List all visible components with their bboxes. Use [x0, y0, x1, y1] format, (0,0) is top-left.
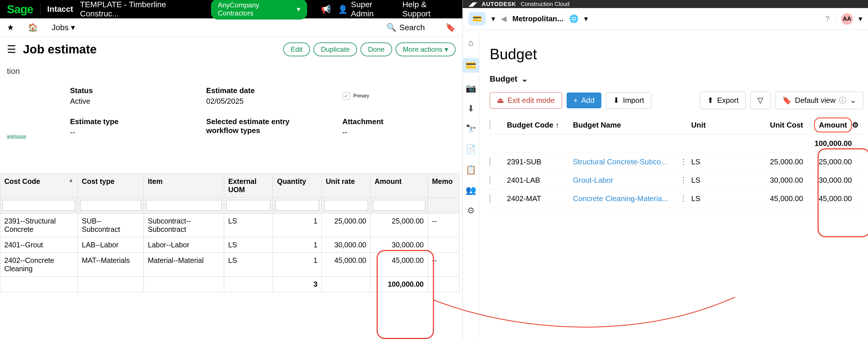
col-unit-cost[interactable]: Unit Cost — [732, 121, 803, 130]
plus-icon: + — [574, 96, 578, 105]
section-suffix: tion — [7, 62, 456, 80]
nav-jobs[interactable]: Jobs ▾ — [52, 23, 75, 32]
chevron-down-icon: ▾ — [297, 5, 300, 13]
gear-icon[interactable]: ⚙ — [467, 205, 475, 216]
table-row[interactable]: 2401-LAB Grout-Labor ⋮ LS 30,000.00 30,0… — [490, 171, 863, 190]
col-cost-type[interactable]: Cost type — [78, 173, 144, 198]
row-menu-icon[interactable]: ⋮ — [680, 158, 691, 166]
table-row[interactable]: 2402--Concrete CleaningMAT--MaterialsMat… — [0, 253, 456, 277]
project-name[interactable]: Metropolitan... — [513, 15, 563, 23]
col-budget-name[interactable]: Budget Name — [573, 121, 680, 130]
etype-label: Estimate type — [70, 117, 183, 126]
budget-icon[interactable]: 💳 — [463, 58, 479, 73]
done-button[interactable]: Done — [361, 43, 392, 56]
chevron-down-icon: ⌄ — [521, 74, 528, 84]
product-name: Intacct — [48, 5, 73, 14]
workflow-label: Selected estimate entry workflow types — [206, 117, 319, 135]
col-amount[interactable]: Amount — [814, 117, 852, 133]
chevron-down-icon[interactable]: ▾ — [859, 15, 862, 23]
row-checkbox[interactable] — [490, 175, 490, 185]
col-qty[interactable]: Quantity — [273, 173, 321, 198]
filter-rate[interactable] — [324, 200, 368, 211]
row-checkbox[interactable] — [490, 194, 490, 203]
check-icon: ✓ — [342, 92, 350, 100]
table-row[interactable]: 2391--Structural ConcreteSUB--Subcontrac… — [0, 214, 456, 237]
edit-button[interactable]: Edit — [283, 43, 310, 56]
export-button[interactable]: ⬆Export — [700, 92, 746, 109]
row-menu-icon[interactable]: ⋮ — [680, 176, 691, 185]
chevron-down-icon[interactable]: ▾ — [584, 15, 588, 23]
export-icon: ⬆ — [707, 96, 714, 105]
filter-button[interactable]: ▽ — [750, 92, 770, 109]
camera-icon[interactable]: 📷 — [466, 83, 476, 93]
budget-name-link[interactable]: Concrete Cleaning-Materia... — [573, 194, 680, 203]
company-name: TEMPLATE - Timberline Construc... — [80, 0, 204, 19]
row-menu-icon[interactable]: ⋮ — [680, 194, 691, 203]
col-budget-code[interactable]: Budget Code ↑ — [507, 121, 573, 130]
filter-amount[interactable] — [373, 200, 425, 211]
bookmark-icon: 🔖 — [782, 96, 792, 105]
col-uom[interactable]: External UOM — [224, 173, 273, 198]
page-title: Budget — [490, 46, 863, 63]
col-unit[interactable]: Unit — [691, 121, 732, 130]
table-row[interactable]: 2391-SUB Structural Concrete-Subco... ⋮ … — [490, 153, 863, 171]
col-item[interactable]: Item — [144, 173, 224, 198]
divider — [40, 3, 40, 15]
adsk-sub-bar: 💳 ▾ ◀ Metropolitan... 🌐 ▾ ? AA ▾ — [463, 8, 868, 30]
people-icon[interactable]: 👥 — [466, 185, 476, 195]
filter-qty[interactable] — [275, 200, 319, 211]
entity-pill[interactable]: AnyCompany Contractors▾ — [211, 0, 307, 20]
col-rate[interactable]: Unit rate — [321, 173, 370, 198]
table-row[interactable]: 2401--GroutLAB--LaborLabor--LaborLS130,0… — [0, 237, 456, 253]
view-button[interactable]: 🔖Default viewⓘ⌄ — [775, 92, 863, 109]
table-row[interactable]: 2402-MAT Concrete Cleaning-Materia... ⋮ … — [490, 190, 863, 208]
chevron-down-icon[interactable]: ▾ — [491, 15, 495, 23]
home-icon[interactable]: ⌂ — [468, 38, 473, 48]
info-icon: ⓘ — [839, 95, 846, 106]
col-amount[interactable]: Amount — [370, 173, 428, 198]
home-icon[interactable]: 🏠 — [28, 23, 38, 32]
budget-name-link[interactable]: Grout-Labor — [573, 176, 680, 185]
budget-table: Budget Code ↑ Budget Name Unit Unit Cost… — [490, 116, 863, 208]
filter-cost-type[interactable] — [80, 200, 141, 211]
add-button[interactable]: +Add — [567, 92, 601, 108]
help-link[interactable]: Help & Support — [402, 0, 456, 19]
exit-edit-button[interactable]: ⏏Exit edit mode — [490, 92, 562, 109]
col-cost-code[interactable]: Cost Code▲ — [0, 173, 78, 198]
search-box[interactable]: 🔍Search — [386, 23, 425, 32]
user-menu[interactable]: 👤Super Admin — [338, 0, 395, 19]
select-all-checkbox[interactable] — [490, 120, 490, 130]
import-button[interactable]: ⬇Import — [606, 92, 651, 109]
help-icon[interactable]: ? — [826, 15, 830, 23]
avatar[interactable]: AA — [841, 13, 853, 25]
list-icon[interactable]: ☰ — [7, 44, 16, 55]
import-icon: ⬇ — [613, 96, 619, 105]
filter-cost-code[interactable] — [3, 200, 75, 211]
filter-uom[interactable] — [226, 200, 270, 211]
user-icon: 👤 — [338, 5, 348, 14]
col-memo[interactable]: Memo — [428, 173, 459, 198]
sort-icon: ▲ — [68, 177, 73, 183]
bookmark-icon[interactable]: 🔖 — [445, 23, 456, 32]
budget-name-link[interactable]: Structural Concrete-Subco... — [573, 158, 680, 166]
total-row: 100,000.00 — [490, 135, 863, 153]
binoculars-icon[interactable]: 🔭 — [466, 124, 476, 134]
back-icon[interactable]: ◀ — [501, 15, 507, 23]
globe-icon[interactable]: 🌐 — [569, 15, 578, 23]
chevron-down-icon: ▾ — [445, 46, 448, 53]
module-icon[interactable]: 💳 — [468, 12, 486, 26]
duplicate-button[interactable]: Duplicate — [313, 43, 357, 56]
gear-icon[interactable]: ⚙ — [852, 121, 863, 130]
row-checkbox[interactable] — [490, 157, 490, 166]
star-icon[interactable]: ★ — [7, 23, 14, 32]
adsk-top-bar: ◢◤ AUTODESK Construction Cloud — [463, 0, 868, 8]
download-icon[interactable]: ⬇ — [467, 104, 474, 113]
more-actions-button[interactable]: More actions▾ — [396, 43, 456, 56]
clipboard-icon[interactable]: 📋 — [466, 165, 476, 175]
exit-icon: ⏏ — [497, 96, 504, 105]
file-icon[interactable]: 📄 — [466, 144, 476, 154]
primary-checkbox[interactable]: ✓Primary — [342, 86, 456, 106]
breadcrumb[interactable]: Budget⌄ — [490, 74, 863, 84]
filter-item[interactable] — [146, 200, 222, 211]
announce-icon[interactable]: 📢 — [321, 5, 331, 14]
